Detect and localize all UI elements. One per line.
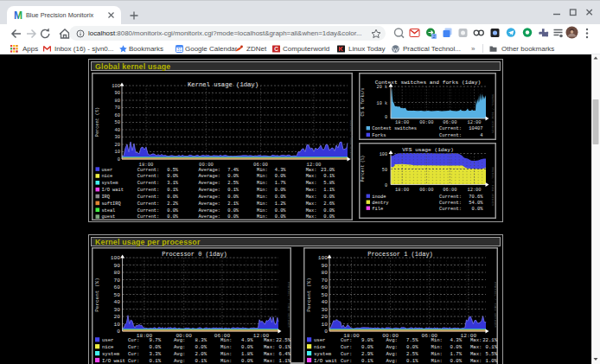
svg-text:Percent (%): Percent (%)	[361, 155, 365, 181]
svg-text:Min:: Min:	[257, 195, 268, 200]
svg-text:100: 100	[112, 84, 120, 89]
svg-text:80: 80	[114, 270, 121, 276]
svg-text:20: 20	[115, 143, 120, 148]
svg-text:Max:: Max:	[470, 344, 482, 350]
svg-text:Forks: Forks	[372, 133, 386, 138]
svg-text:18:00: 18:00	[395, 187, 409, 192]
svg-text:0.1%: 0.1%	[167, 188, 179, 193]
svg-text:5.8%: 5.8%	[323, 181, 335, 186]
svg-text:Min:: Min:	[220, 351, 232, 357]
svg-text:Avg:: Avg:	[174, 344, 185, 350]
svg-text:0.1%: 0.1%	[323, 174, 335, 179]
svg-text:Average:: Average:	[198, 195, 220, 200]
svg-text:0: 0	[324, 329, 328, 335]
svg-text:30: 30	[115, 135, 120, 140]
svg-text:Cur:: Cur:	[341, 337, 352, 343]
svg-text:4.3%: 4.3%	[275, 168, 287, 173]
svg-text:Current:: Current:	[137, 168, 159, 173]
svg-text:70: 70	[114, 278, 121, 284]
svg-text:Min:: Min:	[431, 351, 443, 357]
svg-text:1.1%: 1.1%	[323, 188, 335, 193]
svg-text:22.5%: 22.5%	[276, 337, 290, 343]
svg-text:Max:: Max:	[306, 174, 317, 179]
svg-text:4: 4	[480, 133, 482, 138]
svg-text:system: system	[101, 181, 118, 186]
svg-text:0.0%: 0.0%	[227, 214, 239, 220]
svg-text:0.1%: 0.1%	[406, 358, 418, 364]
svg-text:30: 30	[322, 307, 329, 313]
svg-text:0.0%: 0.0%	[167, 208, 179, 214]
svg-text:Current:: Current:	[137, 181, 159, 186]
svg-text:0.1%: 0.1%	[279, 344, 291, 350]
svg-text:90: 90	[115, 91, 120, 96]
svg-text:CS & forks/s: CS & forks/s	[361, 87, 365, 116]
svg-text:70.6%: 70.6%	[469, 194, 483, 199]
svg-text:40: 40	[114, 299, 121, 305]
svg-text:file: file	[372, 206, 383, 211]
svg-text:system: system	[314, 351, 332, 357]
svg-text:Max:: Max:	[306, 195, 317, 200]
svg-text:C: C	[274, 46, 278, 52]
svg-text:IRQ: IRQ	[101, 195, 110, 200]
svg-text:Kernel usage (1day): Kernel usage (1day)	[188, 81, 259, 88]
svg-text:1.0%: 1.0%	[486, 358, 498, 364]
svg-text:Current:: Current:	[137, 195, 159, 200]
svg-text:0.0%: 0.0%	[361, 344, 373, 350]
svg-text:RRDTOOL / TOBI OETIKER: RRDTOOL / TOBI OETIKER	[491, 94, 495, 133]
svg-text:1.7%: 1.7%	[275, 181, 287, 186]
svg-text:60: 60	[114, 284, 121, 291]
svg-text:Max:: Max:	[264, 344, 275, 350]
svg-text:9.7%: 9.7%	[150, 337, 162, 343]
svg-text:softIRQ: softIRQ	[101, 201, 120, 207]
svg-text:Min:: Min:	[257, 214, 268, 220]
svg-text:Min:: Min:	[257, 188, 268, 193]
svg-text:0.0%: 0.0%	[323, 208, 335, 214]
svg-text:Min:: Min:	[431, 344, 443, 350]
svg-text:3.3%: 3.3%	[150, 351, 162, 357]
svg-text:Avg:: Avg:	[174, 358, 185, 364]
svg-text:nice: nice	[314, 344, 325, 350]
svg-text:I/O wait: I/O wait	[101, 188, 123, 193]
svg-text:RRDTOOL / TOBI OETIKER: RRDTOOL / TOBI OETIKER	[494, 282, 497, 328]
svg-text:Min:: Min:	[257, 174, 268, 179]
svg-text:0.1%: 0.1%	[486, 344, 498, 350]
svg-text:Min:: Min:	[220, 344, 232, 350]
svg-text:0.0%: 0.0%	[323, 195, 335, 200]
svg-text:9.0%: 9.0%	[361, 337, 373, 343]
svg-text:Min:: Min:	[257, 208, 268, 214]
svg-text:Avg:: Avg:	[386, 344, 398, 350]
svg-text:Avg:: Avg:	[386, 358, 398, 364]
svg-text:0.1%: 0.1%	[150, 358, 162, 364]
svg-text:RRDTOOL / TOBI OETIKER: RRDTOOL / TOBI OETIKER	[287, 282, 290, 328]
svg-text:I/O wait: I/O wait	[314, 358, 337, 364]
svg-text:50: 50	[115, 120, 120, 125]
svg-text:Max:: Max:	[470, 337, 482, 343]
svg-text:06:00: 06:00	[443, 120, 456, 125]
svg-text:0: 0	[385, 115, 387, 120]
svg-text:0.0%: 0.0%	[167, 214, 179, 220]
svg-text:RRDTOOL / TOBI OETIKER: RRDTOOL / TOBI OETIKER	[349, 120, 353, 159]
svg-text:2.2%: 2.2%	[167, 201, 179, 207]
svg-text:nice: nice	[101, 174, 112, 179]
svg-text:0.0%: 0.0%	[227, 195, 239, 200]
svg-text:Average:: Average:	[198, 168, 220, 173]
svg-text:0.0%: 0.0%	[450, 358, 463, 364]
svg-text:0.0%: 0.0%	[472, 206, 484, 211]
svg-text:system: system	[102, 351, 120, 357]
svg-text:0.1%: 0.1%	[195, 358, 207, 364]
svg-text:user: user	[314, 337, 325, 343]
svg-text:nice: nice	[102, 344, 113, 350]
svg-text:Cur:: Cur:	[341, 351, 352, 357]
svg-text:Min:: Min:	[257, 201, 268, 207]
svg-text:Min:: Min:	[257, 181, 268, 186]
svg-text:50: 50	[382, 167, 387, 172]
svg-text:7.4%: 7.4%	[227, 168, 239, 173]
svg-text:2.5%: 2.5%	[227, 181, 239, 186]
svg-text:user: user	[101, 168, 112, 173]
svg-text:0.0%: 0.0%	[167, 174, 179, 179]
svg-text:Average:: Average:	[198, 208, 220, 214]
svg-text:2.6%: 2.6%	[323, 201, 335, 207]
svg-text:0: 0	[117, 329, 120, 335]
svg-text:Average:: Average:	[198, 181, 220, 186]
svg-text:90: 90	[322, 263, 329, 269]
